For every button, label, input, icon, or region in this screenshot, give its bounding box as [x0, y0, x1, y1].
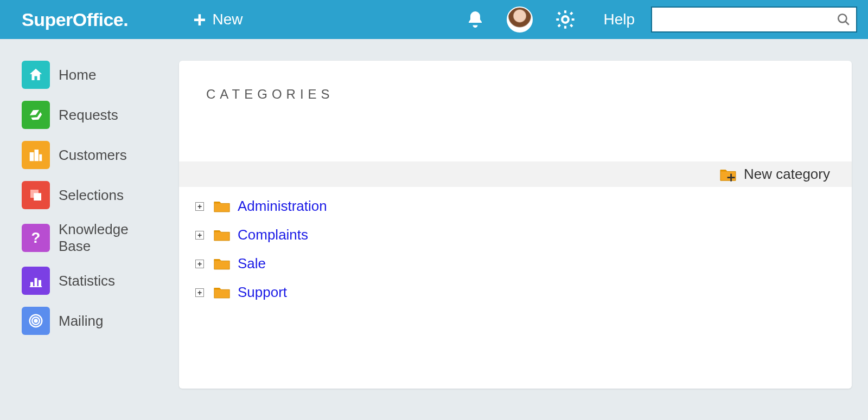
expand-icon[interactable]: +: [195, 202, 204, 211]
content-area: Home Requests Customers Selections ? Kno…: [0, 39, 868, 405]
page-title: CATEGORIES: [206, 87, 825, 102]
svg-point-15: [35, 320, 37, 322]
tree-item-label: Administration: [238, 198, 327, 215]
folder-icon: [213, 199, 231, 214]
svg-rect-5: [39, 154, 42, 161]
new-button[interactable]: + New: [193, 9, 242, 30]
question-icon: ?: [22, 224, 50, 252]
svg-rect-10: [35, 278, 37, 287]
avatar-image: [507, 7, 533, 33]
brand-logo: SuperOffice.: [22, 9, 128, 30]
sidebar-item-customers[interactable]: Customers: [22, 141, 163, 169]
svg-rect-11: [39, 280, 41, 287]
sidebar-item-label: Customers: [59, 147, 127, 164]
svg-rect-12: [30, 286, 42, 287]
brand-text: SuperOffice: [22, 9, 123, 30]
target-icon: [22, 307, 50, 335]
user-avatar[interactable]: [507, 7, 533, 33]
folder-icon: [213, 286, 231, 300]
tree-item[interactable]: + Administration: [195, 198, 835, 215]
sidebar-item-mailing[interactable]: Mailing: [22, 307, 163, 335]
search-icon[interactable]: [837, 12, 851, 27]
ticket-icon: [22, 101, 50, 129]
sidebar-item-requests[interactable]: Requests: [22, 101, 163, 129]
expand-icon[interactable]: +: [195, 288, 204, 297]
sidebar: Home Requests Customers Selections ? Kno…: [22, 61, 163, 389]
sidebar-item-statistics[interactable]: Statistics: [22, 267, 163, 295]
sidebar-item-label: Statistics: [59, 273, 115, 289]
settings-icon[interactable]: [554, 9, 576, 30]
svg-point-1: [838, 14, 846, 22]
folder-icon: [213, 257, 231, 271]
sidebar-item-knowledge-base[interactable]: ? Knowledge Base: [22, 221, 163, 255]
svg-point-0: [563, 16, 569, 23]
panel-header: CATEGORIES: [179, 61, 852, 118]
folder-icon: [213, 228, 231, 242]
chart-icon: [22, 267, 50, 295]
tree-item-label: Complaints: [238, 227, 308, 243]
squares-icon: [22, 181, 50, 209]
svg-rect-3: [30, 152, 34, 161]
expand-icon[interactable]: +: [195, 231, 204, 240]
buildings-icon: [22, 141, 50, 169]
home-icon: [22, 61, 50, 89]
svg-rect-17: [727, 177, 735, 178]
sidebar-item-label: Mailing: [59, 313, 103, 329]
top-bar: SuperOffice. + New Help: [0, 0, 868, 39]
tree-item-label: Sale: [238, 255, 266, 272]
search-input[interactable]: [658, 8, 837, 31]
toolbar: New category: [179, 161, 852, 187]
tree-item[interactable]: + Sale: [195, 255, 835, 272]
sidebar-item-label: Knowledge Base: [59, 221, 163, 255]
help-link[interactable]: Help: [603, 11, 635, 28]
new-button-label: New: [213, 11, 243, 28]
tree-item-label: Support: [238, 284, 287, 301]
plus-icon: +: [193, 9, 206, 30]
category-tree: + Administration + Complaints + Sale: [179, 187, 852, 324]
tree-item[interactable]: + Support: [195, 284, 835, 301]
new-category-label: New category: [744, 166, 830, 183]
notifications-icon[interactable]: [465, 10, 485, 29]
expand-icon[interactable]: +: [195, 260, 204, 268]
svg-line-2: [845, 21, 849, 25]
folder-add-icon: [719, 167, 737, 182]
sidebar-item-home[interactable]: Home: [22, 61, 163, 89]
tree-item[interactable]: + Complaints: [195, 227, 835, 243]
sidebar-item-selections[interactable]: Selections: [22, 181, 163, 209]
new-category-button[interactable]: New category: [719, 166, 830, 183]
svg-text:?: ?: [31, 230, 41, 246]
main-panel: CATEGORIES New category: [179, 61, 852, 389]
sidebar-item-label: Home: [59, 67, 96, 83]
svg-rect-9: [30, 282, 33, 287]
svg-rect-7: [34, 193, 41, 201]
svg-rect-4: [35, 150, 39, 161]
sidebar-item-label: Requests: [59, 107, 118, 124]
sidebar-item-label: Selections: [59, 187, 124, 204]
brand-dot: .: [123, 9, 128, 30]
search-box[interactable]: [651, 7, 857, 33]
